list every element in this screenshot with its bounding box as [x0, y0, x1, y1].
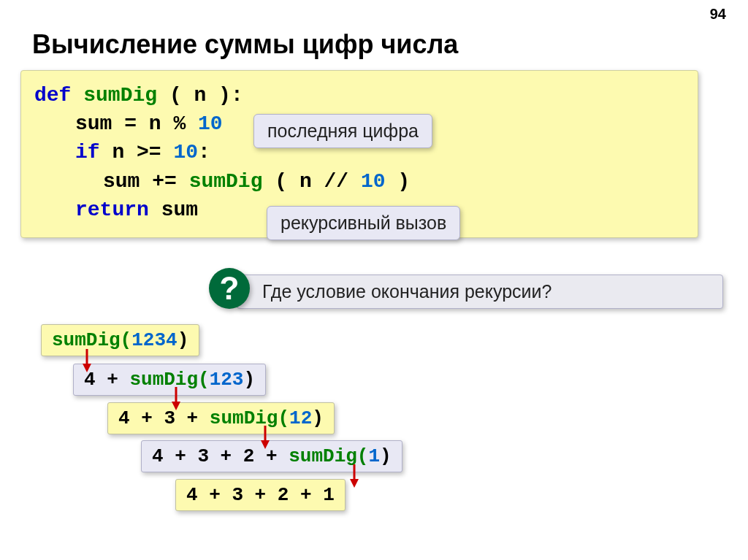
code-text: 4 + 3 + — [118, 407, 210, 429]
svg-marker-1 — [83, 364, 91, 372]
code-text: n >= — [112, 141, 161, 164]
callout-last-digit: последняя цифра — [253, 114, 432, 148]
stack-step-1: sumDig(1234) — [41, 324, 199, 356]
fn-name: sumDig( — [52, 329, 131, 351]
question-icon: ? — [209, 268, 250, 309]
svg-marker-3 — [172, 402, 180, 410]
code-text: : — [198, 141, 210, 164]
code-text: ( n // — [275, 170, 348, 193]
svg-marker-5 — [261, 440, 270, 449]
code-text: sum — [161, 199, 198, 221]
page-title: Вычисление суммы цифр числа — [32, 29, 458, 60]
number-literal: 10 — [361, 170, 386, 193]
code-text: 4 + 3 + 2 + 1 — [186, 484, 335, 506]
keyword-if: if — [75, 141, 100, 164]
arrow-icon — [171, 387, 181, 410]
stack-step-4: 4 + 3 + 2 + sumDig(1) — [141, 440, 402, 472]
svg-marker-7 — [350, 479, 359, 488]
code-line-4: sum += sumDig ( n // 10 ) — [34, 167, 684, 196]
code-line-1: def sumDig ( n ): — [34, 81, 684, 110]
fn-name: sumDig( — [129, 369, 209, 391]
question-text: Где условие окончания рекурсии? — [237, 275, 723, 309]
number-literal: 1234 — [131, 329, 177, 351]
keyword-return: return — [75, 199, 149, 221]
fn-name: sumDig — [189, 170, 263, 193]
code-text: ) — [243, 369, 255, 391]
arrow-icon — [82, 349, 92, 372]
code-text: ) — [397, 170, 410, 193]
page-number: 94 — [710, 6, 726, 23]
code-text: ) — [380, 445, 392, 467]
code-text: ) — [178, 329, 189, 351]
arrow-icon — [349, 464, 359, 488]
number-literal: 10 — [173, 141, 198, 164]
fn-name: sumDig — [83, 84, 157, 107]
fn-name: sumDig( — [210, 407, 289, 429]
number-literal: 10 — [198, 112, 223, 135]
code-text: sum += — [103, 170, 177, 193]
number-literal: 1 — [368, 445, 380, 467]
stack-step-5: 4 + 3 + 2 + 1 — [175, 479, 346, 511]
code-text: ) — [312, 407, 324, 429]
arrow-icon — [260, 426, 270, 449]
number-literal: 123 — [210, 369, 244, 391]
keyword-def: def — [34, 84, 71, 107]
number-literal: 12 — [289, 407, 312, 429]
stack-step-2: 4 + sumDig(123) — [73, 364, 266, 396]
code-text: sum = n % — [75, 112, 186, 135]
code-text: ( n ): — [169, 84, 243, 107]
callout-recursive-call: рекурсивный вызов — [267, 206, 460, 240]
stack-step-3: 4 + 3 + sumDig(12) — [107, 402, 335, 434]
